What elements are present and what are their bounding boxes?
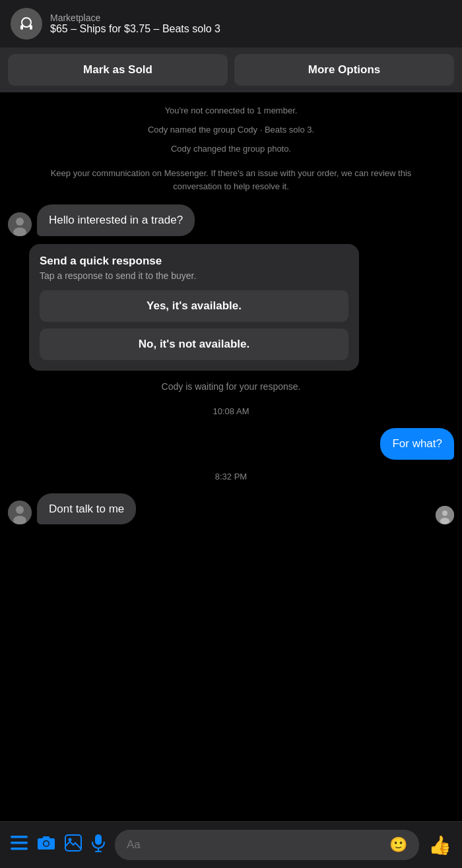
emoji-icon[interactable]: 🙂 <box>389 836 407 853</box>
camera-icon[interactable] <box>37 835 55 855</box>
thumbsup-icon[interactable]: 👍 <box>428 834 451 856</box>
message-input-wrap[interactable]: 🙂 <box>115 830 419 860</box>
menu-icon[interactable] <box>11 836 28 854</box>
svg-rect-12 <box>11 836 28 838</box>
platform-label: Marketplace <box>50 13 220 23</box>
svg-rect-14 <box>11 848 28 850</box>
message-row-outgoing: For what? <box>0 427 462 461</box>
mark-as-sold-button[interactable]: Mark as Sold <box>8 54 228 86</box>
bubble-incoming-1: Hello interested in a trade? <box>37 204 195 236</box>
message-row-last: Dont talk to me <box>0 492 462 526</box>
quick-response-no-button[interactable]: No, it's not available. <box>40 328 348 360</box>
quick-response-yes-button[interactable]: Yes, it's available. <box>40 290 348 322</box>
marketplace-avatar <box>11 8 42 40</box>
more-options-button[interactable]: More Options <box>234 54 454 86</box>
message-input[interactable] <box>127 838 389 852</box>
svg-rect-19 <box>95 834 102 845</box>
svg-point-10 <box>442 511 447 516</box>
bubble-incoming-2: Dont talk to me <box>37 493 136 525</box>
listing-label: $65 – Ships for $3.75 – Beats solo 3 <box>50 23 220 35</box>
waiting-text: Cody is waiting for your response. <box>0 377 462 396</box>
quick-response-title: Send a quick response <box>40 255 348 268</box>
chat-area: You're not connected to 1 member. Cody n… <box>0 92 462 593</box>
svg-rect-2 <box>30 25 32 30</box>
header: Marketplace $65 – Ships for $3.75 – Beat… <box>0 0 462 47</box>
header-info: Marketplace $65 – Ships for $3.75 – Beat… <box>50 13 220 35</box>
svg-rect-1 <box>20 25 23 30</box>
photo-icon[interactable] <box>65 834 82 855</box>
quick-response-card: Send a quick response Tap a response to … <box>29 244 359 371</box>
svg-rect-13 <box>11 842 28 844</box>
system-msg-1: You're not connected to 1 member. <box>0 103 462 118</box>
timestamp-2: 8:32 PM <box>0 465 462 488</box>
svg-point-4 <box>16 218 24 226</box>
action-buttons: Mark as Sold More Options <box>0 47 462 92</box>
bottom-bar: 🙂 👍 <box>0 821 462 868</box>
cody-avatar-1 <box>8 212 32 236</box>
svg-point-11 <box>440 518 449 524</box>
quick-response-subtitle: Tap a response to send it to the buyer. <box>40 270 348 281</box>
microphone-icon[interactable] <box>91 834 106 856</box>
svg-point-0 <box>22 18 31 27</box>
system-msg-notice: Keep your communication on Messenger. If… <box>0 160 462 199</box>
cody-avatar-2 <box>8 501 32 524</box>
svg-point-7 <box>16 506 24 514</box>
svg-point-16 <box>44 842 49 846</box>
timestamp-1: 10:08 AM <box>0 400 462 423</box>
message-row-1: Hello interested in a trade? <box>0 203 462 237</box>
bubble-outgoing-1: For what? <box>380 428 454 460</box>
system-msg-2: Cody named the group Cody · Beats solo 3… <box>0 122 462 137</box>
system-msg-3: Cody changed the group photo. <box>0 141 462 156</box>
seen-avatar <box>436 506 454 524</box>
